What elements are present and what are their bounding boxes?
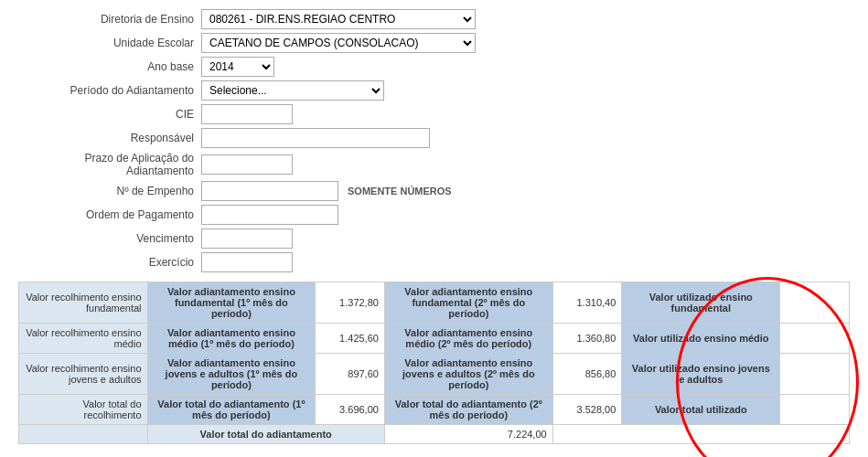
total-row: Valor total do adiantamento 7.224,00 <box>19 425 850 444</box>
periodo-label: Período do Adiantamento <box>18 84 201 97</box>
col2-header-1: Valor adiantamento ensino médio (2º mês … <box>384 324 552 354</box>
ano-select[interactable]: 2014 <box>201 57 274 77</box>
col2-value-2[interactable]: 856,80 <box>552 354 622 395</box>
col1-value-3[interactable]: 3.696,00 <box>316 395 385 425</box>
col1-value-1[interactable]: 1.425,60 <box>316 324 385 354</box>
total-row-empty <box>19 425 148 444</box>
prazo-label: Prazo de Aplicação do Adiantamento <box>18 152 201 177</box>
col1-header-1: Valor adiantamento ensino médio (1º mês … <box>147 324 316 354</box>
unidade-label: Unidade Escolar <box>18 37 201 49</box>
row-label-0: Valor recolhimento ensino fundamental <box>19 282 148 324</box>
diretoria-label: Diretoria de Ensino <box>18 13 201 26</box>
col2-value-1[interactable]: 1.360,80 <box>552 324 622 354</box>
unidade-select[interactable]: CAETANO DE CAMPOS (CONSOLACAO) <box>201 33 476 53</box>
exercicio-label: Exercício <box>18 256 201 269</box>
col1-header-2: Valor adiantamento ensino jovens e adult… <box>147 354 316 395</box>
table-row: Valor total do recolhimento Valor total … <box>19 395 850 425</box>
col2-header-3: Valor total do adiantamento (2º mês do p… <box>384 395 552 425</box>
row-label-1: Valor recolhimento ensino médio <box>19 324 148 354</box>
cie-label: CIE <box>18 108 201 121</box>
col2-value-0[interactable]: 1.310,40 <box>552 282 622 324</box>
form-container: Diretoria de Ensino 080261 - DIR.ENS.REG… <box>0 0 868 457</box>
responsavel-input[interactable]: REGINA CÉLIA DA SILVA <box>201 128 430 148</box>
total-empty <box>552 425 849 444</box>
ordem-input[interactable]: 201400046 <box>201 205 338 225</box>
ordem-label: Ordem de Pagamento <box>18 208 201 221</box>
row-unidade: Unidade Escolar CAETANO DE CAMPOS (CONSO… <box>18 33 850 53</box>
cie-input[interactable]: 3852 <box>201 104 293 124</box>
table-row: Valor recolhimento ensino médio Valor ad… <box>19 324 850 354</box>
row-vencimento: Vencimento 14/01/2014 <box>18 228 850 249</box>
total-value[interactable]: 7.224,00 <box>384 425 552 444</box>
col3-value-1[interactable] <box>780 324 850 354</box>
col3-header-3: Valor total utilizado <box>622 395 780 425</box>
row-label-2: Valor recolhimento ensino jovens e adult… <box>19 354 148 395</box>
vencimento-label: Vencimento <box>18 232 201 245</box>
col1-value-2[interactable]: 897,60 <box>316 354 385 395</box>
row-ordem: Ordem de Pagamento 201400046 <box>18 205 850 225</box>
row-ano: Ano base 2014 <box>18 57 850 77</box>
diretoria-select[interactable]: 080261 - DIR.ENS.REGIAO CENTRO <box>201 9 476 29</box>
col3-header-2: Valor utilizado ensino jovens e adultos <box>622 354 780 395</box>
total-label: Valor total do adiantamento <box>147 425 384 444</box>
table-row: Valor recolhimento ensino jovens e adult… <box>19 354 850 395</box>
row-cie: CIE 3852 <box>18 104 850 124</box>
exercicio-input[interactable]: 2014 <box>201 252 293 272</box>
row-diretoria: Diretoria de Ensino 080261 - DIR.ENS.REG… <box>18 9 850 29</box>
col3-value-0[interactable] <box>780 282 850 324</box>
vencimento-input[interactable]: 14/01/2014 <box>201 228 293 249</box>
row-responsavel: Responsável REGINA CÉLIA DA SILVA <box>18 128 850 148</box>
table-row: Valor recolhimento ensino fundamental Va… <box>19 282 850 324</box>
col3-header-0: Valor utilizado ensino fundamental <box>622 282 780 324</box>
row-empenho: Nº de Empenho 201400877 SOMENTE NÚMEROS <box>18 181 850 201</box>
responsavel-label: Responsável <box>18 132 201 144</box>
row-label-3: Valor total do recolhimento <box>19 395 148 425</box>
col2-header-2: Valor adiantamento ensino jovens e adult… <box>384 354 552 395</box>
empenho-hint: SOMENTE NÚMEROS <box>348 186 452 197</box>
empenho-label: Nº de Empenho <box>18 185 201 197</box>
col2-header-0: Valor adiantamento ensino fundamental (2… <box>384 282 552 324</box>
empenho-input[interactable]: 201400877 <box>201 181 338 201</box>
col3-value-2[interactable] <box>780 354 850 395</box>
row-exercicio: Exercício 2014 <box>18 252 850 272</box>
table-section: Valor recolhimento ensino fundamental Va… <box>18 282 850 457</box>
col1-value-0[interactable]: 1.372,80 <box>316 282 385 324</box>
col3-value-3[interactable] <box>780 395 850 425</box>
periodo-select[interactable]: Selecione... <box>201 80 384 101</box>
row-prazo: Prazo de Aplicação do Adiantamento JAN/F… <box>18 152 850 177</box>
col1-header-0: Valor adiantamento ensino fundamental (1… <box>147 282 316 324</box>
col3-header-1: Valor utilizado ensino médio <box>622 324 780 354</box>
ano-label: Ano base <box>18 60 201 73</box>
values-table: Valor recolhimento ensino fundamental Va… <box>18 282 850 444</box>
prazo-input[interactable]: JAN/FEV <box>201 154 293 175</box>
row-periodo: Período do Adiantamento Selecione... <box>18 80 850 101</box>
col1-header-3: Valor total do adiantamento (1º mês do p… <box>147 395 316 425</box>
col2-value-3[interactable]: 3.528,00 <box>552 395 622 425</box>
